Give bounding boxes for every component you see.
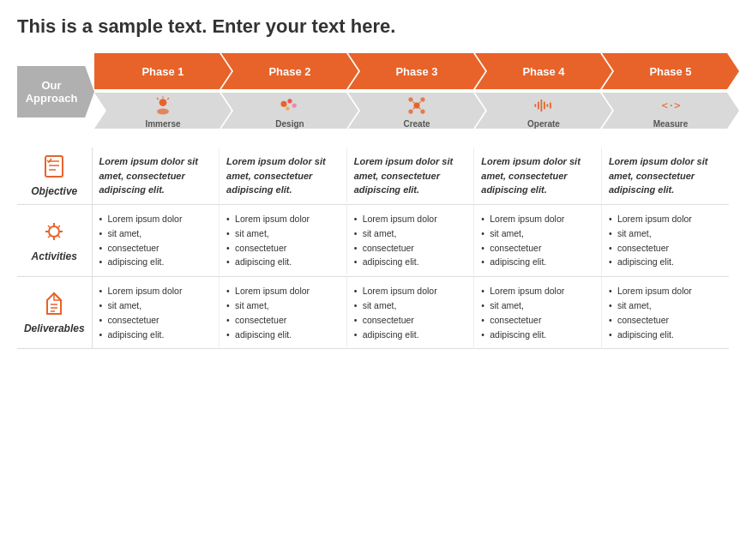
phase-3-label: Phase 3 [348, 53, 485, 89]
svg-point-9 [414, 102, 420, 108]
svg-line-35 [57, 235, 60, 238]
phase-1-sublabel: Immerse [145, 119, 180, 129]
svg-point-0 [159, 99, 167, 106]
phase-5: Phase 5 <·> Measure [602, 53, 739, 130]
deliverables-cell-5: Lorem ipsum dolor sit amet, consectetuer… [601, 277, 729, 349]
deliverables-cell-1: Lorem ipsum dolor sit amet, consectetuer… [92, 277, 220, 349]
activities-cell-2: Lorem ipsum dolor sit amet, consectetuer… [220, 205, 347, 277]
activities-icon [42, 220, 66, 244]
phase-1-label: Phase 1 [94, 53, 232, 89]
svg-point-8 [286, 106, 289, 110]
objective-label: Objective [21, 185, 88, 197]
svg-point-1 [157, 108, 169, 114]
phase-2: Phase 2 Design [221, 53, 358, 130]
phase-3: Phase 3 Create [348, 53, 485, 130]
deliverables-row: Deliverables Lorem ipsum dolor sit amet,… [17, 277, 729, 349]
objective-row: Objective Lorem ipsum dolor sit amet, co… [17, 148, 729, 205]
deliverables-cell-4: Lorem ipsum dolor sit amet, consectetuer… [474, 277, 602, 349]
design-icon [278, 93, 302, 117]
svg-line-34 [48, 226, 51, 228]
svg-point-6 [287, 99, 292, 103]
phase-2-sublabel: Design [275, 119, 304, 129]
arrow-banner: OurApproach Phase 1 Immerse Phase 2 [17, 53, 729, 130]
svg-point-10 [408, 97, 412, 101]
activities-header: Activities [17, 205, 92, 277]
svg-line-15 [419, 101, 421, 103]
objective-header: Objective [17, 148, 92, 205]
svg-rect-22 [547, 104, 549, 107]
deliverables-label: Deliverables [21, 322, 88, 334]
phase-2-bottom: Design [221, 93, 358, 129]
phase-4-label: Phase 4 [475, 53, 612, 89]
phase-2-label: Phase 2 [221, 53, 358, 89]
deliverables-cell-3: Lorem ipsum dolor sit amet, consectetuer… [346, 277, 474, 349]
phase-5-label: Phase 5 [602, 53, 739, 89]
svg-rect-18 [535, 104, 537, 107]
phase-4-sublabel: Operate [527, 119, 560, 129]
svg-line-2 [157, 98, 159, 99]
phase-1: Phase 1 Immerse [94, 53, 232, 130]
content-table: Objective Lorem ipsum dolor sit amet, co… [17, 148, 729, 349]
svg-rect-21 [544, 101, 545, 109]
activities-cell-1: Lorem ipsum dolor sit amet, consectetuer… [92, 205, 220, 277]
phase-5-bottom: <·> Measure [602, 93, 739, 129]
objective-cell-4: Lorem ipsum dolor sit amet, consectetuer… [474, 148, 602, 205]
svg-rect-23 [550, 102, 551, 108]
svg-line-14 [413, 101, 415, 103]
deliverables-header: Deliverables [17, 277, 92, 349]
svg-line-36 [57, 226, 60, 228]
deliverables-icon [42, 292, 66, 316]
operate-icon [532, 93, 556, 117]
approach-label: OurApproach [17, 66, 94, 117]
objective-cell-1: Lorem ipsum dolor sit amet, consectetuer… [92, 148, 220, 205]
svg-line-17 [419, 107, 421, 109]
svg-text:<·>: <·> [662, 99, 681, 111]
measure-icon: <·> [659, 93, 683, 117]
activities-cell-3: Lorem ipsum dolor sit amet, consectetuer… [346, 205, 474, 277]
svg-point-12 [408, 109, 412, 113]
svg-marker-39 [54, 293, 61, 300]
svg-rect-19 [538, 101, 539, 109]
checklist-icon [42, 154, 66, 178]
svg-point-7 [292, 103, 297, 107]
phase-1-bottom: Immerse [94, 93, 232, 129]
phase-5-sublabel: Measure [653, 119, 689, 129]
activities-row: Activities Lorem ipsum dolor sit amet, c… [17, 205, 729, 277]
objective-cell-3: Lorem ipsum dolor sit amet, consectetuer… [346, 148, 474, 205]
activities-cell-4: Lorem ipsum dolor sit amet, consectetuer… [474, 205, 602, 277]
phase-4: Phase 4 Operate [475, 53, 612, 130]
svg-line-3 [167, 98, 169, 99]
svg-line-16 [413, 107, 415, 109]
phases-container: Phase 1 Immerse Phase 2 [94, 53, 729, 130]
svg-point-5 [281, 100, 287, 106]
page-title: This is a sample text. Enter your text h… [17, 15, 729, 38]
phase-4-bottom: Operate [475, 93, 612, 129]
phase-3-bottom: Create [348, 93, 485, 129]
immerse-icon [151, 93, 175, 117]
objective-cell-2: Lorem ipsum dolor sit amet, consectetuer… [220, 148, 347, 205]
activities-label: Activities [21, 250, 88, 262]
svg-rect-20 [541, 99, 543, 111]
phase-3-sublabel: Create [403, 119, 430, 129]
activities-cell-5: Lorem ipsum dolor sit amet, consectetuer… [601, 205, 729, 277]
objective-cell-5: Lorem ipsum dolor sit amet, consectetuer… [601, 148, 729, 205]
svg-line-37 [48, 235, 51, 238]
create-icon [405, 93, 429, 117]
deliverables-cell-2: Lorem ipsum dolor sit amet, consectetuer… [220, 277, 347, 349]
svg-point-11 [420, 97, 424, 101]
svg-point-13 [420, 109, 424, 113]
svg-rect-25 [45, 156, 63, 177]
